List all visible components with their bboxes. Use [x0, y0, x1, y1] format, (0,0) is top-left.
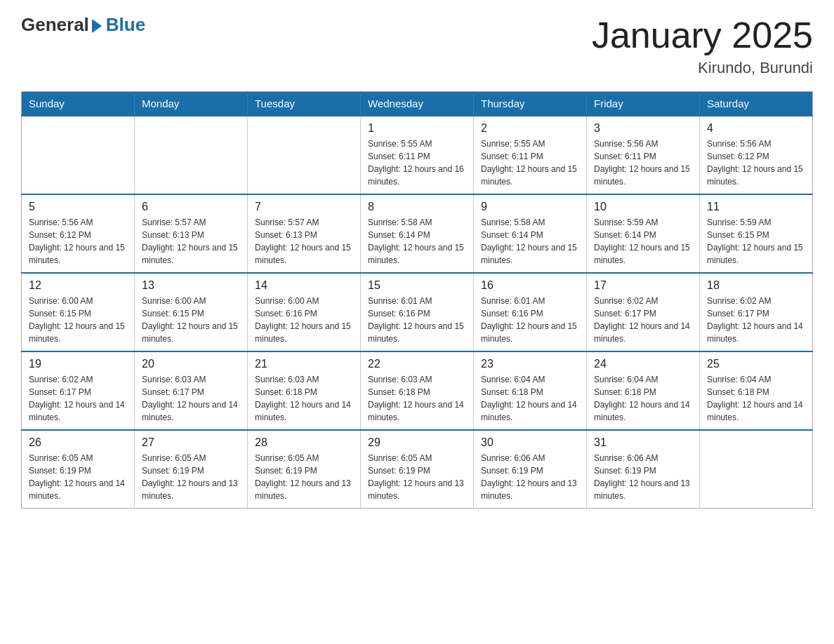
- day-info: Sunrise: 5:59 AM Sunset: 6:15 PM Dayligh…: [707, 216, 805, 267]
- day-number: 16: [481, 279, 579, 292]
- day-number: 14: [255, 279, 353, 292]
- calendar-table: SundayMondayTuesdayWednesdayThursdayFrid…: [21, 91, 813, 509]
- day-number: 8: [368, 201, 466, 213]
- day-number: 6: [142, 201, 240, 213]
- day-info: Sunrise: 5:56 AM Sunset: 6:11 PM Dayligh…: [594, 137, 692, 188]
- calendar-day-cell: 3Sunrise: 5:56 AM Sunset: 6:11 PM Daylig…: [587, 116, 700, 194]
- day-number: 17: [594, 279, 692, 292]
- day-info: Sunrise: 6:05 AM Sunset: 6:19 PM Dayligh…: [29, 452, 127, 502]
- day-info: Sunrise: 6:00 AM Sunset: 6:15 PM Dayligh…: [142, 295, 240, 345]
- calendar-title: January 2025: [592, 14, 813, 56]
- day-info: Sunrise: 5:56 AM Sunset: 6:12 PM Dayligh…: [29, 216, 127, 267]
- day-number: 20: [142, 358, 240, 370]
- calendar-day-cell: 28Sunrise: 6:05 AM Sunset: 6:19 PM Dayli…: [248, 430, 361, 509]
- calendar-day-cell: [248, 116, 361, 194]
- day-number: 10: [594, 201, 692, 213]
- calendar-day-cell: 16Sunrise: 6:01 AM Sunset: 6:16 PM Dayli…: [474, 273, 587, 351]
- calendar-week-row: 5Sunrise: 5:56 AM Sunset: 6:12 PM Daylig…: [22, 194, 813, 273]
- calendar-day-cell: 13Sunrise: 6:00 AM Sunset: 6:15 PM Dayli…: [135, 273, 248, 351]
- calendar-week-row: 26Sunrise: 6:05 AM Sunset: 6:19 PM Dayli…: [22, 430, 813, 509]
- day-info: Sunrise: 6:01 AM Sunset: 6:16 PM Dayligh…: [368, 295, 466, 345]
- day-number: 25: [707, 358, 805, 370]
- calendar-day-cell: 8Sunrise: 5:58 AM Sunset: 6:14 PM Daylig…: [361, 194, 474, 273]
- day-of-week-header: Thursday: [474, 92, 587, 116]
- day-number: 21: [255, 358, 353, 370]
- calendar-day-cell: 19Sunrise: 6:02 AM Sunset: 6:17 PM Dayli…: [22, 351, 135, 430]
- day-info: Sunrise: 5:57 AM Sunset: 6:13 PM Dayligh…: [142, 216, 240, 267]
- calendar-day-cell: 22Sunrise: 6:03 AM Sunset: 6:18 PM Dayli…: [361, 351, 474, 430]
- calendar-day-cell: 25Sunrise: 6:04 AM Sunset: 6:18 PM Dayli…: [700, 351, 813, 430]
- calendar-day-cell: 4Sunrise: 5:56 AM Sunset: 6:12 PM Daylig…: [700, 116, 813, 194]
- calendar-day-cell: 27Sunrise: 6:05 AM Sunset: 6:19 PM Dayli…: [135, 430, 248, 509]
- day-number: 28: [255, 436, 353, 449]
- day-number: 27: [142, 436, 240, 449]
- calendar-day-cell: 30Sunrise: 6:06 AM Sunset: 6:19 PM Dayli…: [474, 430, 587, 509]
- day-info: Sunrise: 6:05 AM Sunset: 6:19 PM Dayligh…: [255, 452, 353, 502]
- day-number: 23: [481, 358, 579, 370]
- calendar-day-cell: 10Sunrise: 5:59 AM Sunset: 6:14 PM Dayli…: [587, 194, 700, 273]
- calendar-day-cell: 1Sunrise: 5:55 AM Sunset: 6:11 PM Daylig…: [361, 116, 474, 194]
- calendar-day-cell: 6Sunrise: 5:57 AM Sunset: 6:13 PM Daylig…: [135, 194, 248, 273]
- day-of-week-header: Saturday: [700, 92, 813, 116]
- day-number: 12: [29, 279, 127, 292]
- day-info: Sunrise: 6:02 AM Sunset: 6:17 PM Dayligh…: [29, 373, 127, 424]
- calendar-day-cell: [700, 430, 813, 509]
- day-info: Sunrise: 6:01 AM Sunset: 6:16 PM Dayligh…: [481, 295, 579, 345]
- calendar-day-cell: 9Sunrise: 5:58 AM Sunset: 6:14 PM Daylig…: [474, 194, 587, 273]
- calendar-header-row: SundayMondayTuesdayWednesdayThursdayFrid…: [22, 92, 813, 116]
- calendar-day-cell: [135, 116, 248, 194]
- calendar-day-cell: 11Sunrise: 5:59 AM Sunset: 6:15 PM Dayli…: [700, 194, 813, 273]
- day-info: Sunrise: 5:55 AM Sunset: 6:11 PM Dayligh…: [481, 137, 579, 188]
- day-number: 22: [368, 358, 466, 370]
- day-info: Sunrise: 6:06 AM Sunset: 6:19 PM Dayligh…: [594, 452, 692, 502]
- day-number: 4: [707, 122, 805, 135]
- day-number: 9: [481, 201, 579, 213]
- day-info: Sunrise: 6:06 AM Sunset: 6:19 PM Dayligh…: [481, 452, 579, 502]
- calendar-day-cell: 29Sunrise: 6:05 AM Sunset: 6:19 PM Dayli…: [361, 430, 474, 509]
- day-number: 1: [368, 122, 466, 135]
- calendar-subtitle: Kirundo, Burundi: [592, 59, 813, 77]
- day-of-week-header: Friday: [587, 92, 700, 116]
- calendar-day-cell: 14Sunrise: 6:00 AM Sunset: 6:16 PM Dayli…: [248, 273, 361, 351]
- calendar-day-cell: 2Sunrise: 5:55 AM Sunset: 6:11 PM Daylig…: [474, 116, 587, 194]
- calendar-day-cell: 20Sunrise: 6:03 AM Sunset: 6:17 PM Dayli…: [135, 351, 248, 430]
- day-info: Sunrise: 6:04 AM Sunset: 6:18 PM Dayligh…: [707, 373, 805, 424]
- day-number: 26: [29, 436, 127, 449]
- day-info: Sunrise: 6:02 AM Sunset: 6:17 PM Dayligh…: [707, 295, 805, 345]
- day-info: Sunrise: 6:05 AM Sunset: 6:19 PM Dayligh…: [142, 452, 240, 502]
- page-header: General Blue January 2025 Kirundo, Burun…: [21, 14, 813, 77]
- day-number: 15: [368, 279, 466, 292]
- title-block: January 2025 Kirundo, Burundi: [592, 14, 813, 77]
- day-number: 29: [368, 436, 466, 449]
- day-info: Sunrise: 6:00 AM Sunset: 6:16 PM Dayligh…: [255, 295, 353, 345]
- calendar-day-cell: 24Sunrise: 6:04 AM Sunset: 6:18 PM Dayli…: [587, 351, 700, 430]
- day-info: Sunrise: 6:05 AM Sunset: 6:19 PM Dayligh…: [368, 452, 466, 502]
- calendar-day-cell: 17Sunrise: 6:02 AM Sunset: 6:17 PM Dayli…: [587, 273, 700, 351]
- day-info: Sunrise: 6:04 AM Sunset: 6:18 PM Dayligh…: [481, 373, 579, 424]
- calendar-day-cell: 12Sunrise: 6:00 AM Sunset: 6:15 PM Dayli…: [22, 273, 135, 351]
- day-info: Sunrise: 5:58 AM Sunset: 6:14 PM Dayligh…: [368, 216, 466, 267]
- logo-arrow-icon: [92, 19, 102, 33]
- day-of-week-header: Monday: [135, 92, 248, 116]
- day-info: Sunrise: 6:03 AM Sunset: 6:18 PM Dayligh…: [255, 373, 353, 424]
- logo: General Blue: [21, 14, 145, 36]
- day-info: Sunrise: 6:00 AM Sunset: 6:15 PM Dayligh…: [29, 295, 127, 345]
- day-number: 19: [29, 358, 127, 370]
- day-number: 24: [594, 358, 692, 370]
- logo-general-text: General: [21, 14, 89, 36]
- logo-blue-text: Blue: [106, 14, 145, 36]
- calendar-day-cell: 21Sunrise: 6:03 AM Sunset: 6:18 PM Dayli…: [248, 351, 361, 430]
- day-info: Sunrise: 5:57 AM Sunset: 6:13 PM Dayligh…: [255, 216, 353, 267]
- calendar-day-cell: 5Sunrise: 5:56 AM Sunset: 6:12 PM Daylig…: [22, 194, 135, 273]
- calendar-day-cell: 31Sunrise: 6:06 AM Sunset: 6:19 PM Dayli…: [587, 430, 700, 509]
- calendar-day-cell: 15Sunrise: 6:01 AM Sunset: 6:16 PM Dayli…: [361, 273, 474, 351]
- day-number: 30: [481, 436, 579, 449]
- day-number: 2: [481, 122, 579, 135]
- day-of-week-header: Tuesday: [248, 92, 361, 116]
- day-number: 5: [29, 201, 127, 213]
- day-number: 13: [142, 279, 240, 292]
- calendar-day-cell: 26Sunrise: 6:05 AM Sunset: 6:19 PM Dayli…: [22, 430, 135, 509]
- calendar-day-cell: 18Sunrise: 6:02 AM Sunset: 6:17 PM Dayli…: [700, 273, 813, 351]
- day-number: 18: [707, 279, 805, 292]
- day-number: 7: [255, 201, 353, 213]
